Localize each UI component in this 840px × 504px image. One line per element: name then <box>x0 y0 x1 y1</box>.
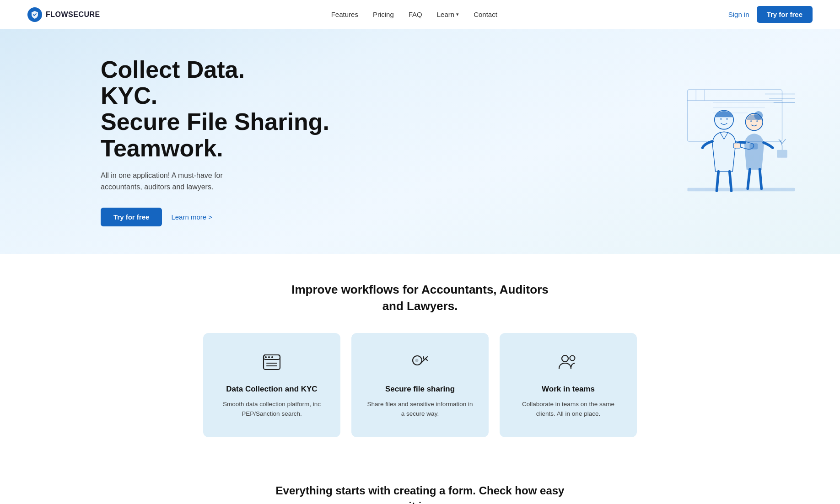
signin-link[interactable]: Sign in <box>728 11 749 18</box>
learn-chevron-icon: ▾ <box>456 11 459 17</box>
nav-links: Features Pricing FAQ Learn ▾ Contact <box>331 11 497 18</box>
features-title: Improve workflows for Accountants, Audit… <box>283 281 557 315</box>
hero-try-button[interactable]: Try for free <box>101 208 162 226</box>
form-icon <box>261 351 283 377</box>
logo-text: FLOWSECURE <box>46 11 100 19</box>
hero-buttons: Try for free Learn more > <box>101 208 329 226</box>
try-for-free-button[interactable]: Try for free <box>757 6 813 23</box>
card-desc-1: Share files and sensitive information in… <box>366 399 474 419</box>
card-desc-2: Collaborate in teams on the same clients… <box>514 399 622 419</box>
svg-point-20 <box>750 120 752 122</box>
nav-right: Sign in Try for free <box>728 6 813 23</box>
svg-point-33 <box>271 356 273 358</box>
logo-link[interactable]: FLOWSECURE <box>27 7 100 22</box>
svg-line-23 <box>748 170 750 189</box>
feature-card-teams: Work in teams Collaborate in teams on th… <box>500 333 637 437</box>
card-title-1: Secure file sharing <box>385 385 455 394</box>
hero-subtext: All in one application! A must-have for … <box>101 170 256 193</box>
svg-point-14 <box>726 118 728 120</box>
logo-shield-icon <box>27 7 42 22</box>
feature-card-file-sharing: Secure file sharing Share files and sens… <box>351 333 489 437</box>
svg-line-24 <box>760 170 762 189</box>
team-icon <box>557 351 579 377</box>
svg-rect-7 <box>777 150 787 158</box>
svg-point-32 <box>268 356 270 358</box>
hero-section: Collect Data. KYC. Secure File Sharing. … <box>0 29 840 254</box>
card-title-0: Data Collection and KYC <box>226 385 317 394</box>
hero-text-block: Collect Data. KYC. Secure File Sharing. … <box>101 57 329 226</box>
svg-rect-25 <box>687 188 795 192</box>
svg-line-10 <box>782 139 786 144</box>
svg-point-13 <box>720 118 722 120</box>
svg-point-41 <box>562 355 568 362</box>
card-title-2: Work in teams <box>542 385 595 394</box>
nav-pricing[interactable]: Pricing <box>373 11 394 18</box>
nav-faq[interactable]: FAQ <box>409 11 422 18</box>
svg-rect-0 <box>687 90 782 142</box>
key-icon <box>409 351 431 377</box>
svg-line-38 <box>425 359 427 360</box>
nav-features[interactable]: Features <box>331 11 358 18</box>
feature-cards-row: Data Collection and KYC Smooth data coll… <box>191 333 649 437</box>
svg-point-40 <box>415 359 419 362</box>
navbar: FLOWSECURE Features Pricing FAQ Learn ▾ … <box>0 0 840 29</box>
svg-point-42 <box>570 355 575 360</box>
hero-learn-link[interactable]: Learn more > <box>171 213 212 221</box>
features-section: Improve workflows for Accountants, Audit… <box>0 254 840 460</box>
svg-point-31 <box>265 356 267 358</box>
hero-headline: Collect Data. KYC. Secure File Sharing. … <box>101 57 329 161</box>
bottom-title: Everything starts with creating a form. … <box>274 483 566 504</box>
nav-learn[interactable]: Learn ▾ <box>437 11 459 18</box>
hero-people-svg <box>662 73 808 210</box>
nav-contact[interactable]: Contact <box>474 11 497 18</box>
svg-rect-22 <box>733 143 740 148</box>
svg-point-21 <box>756 120 758 122</box>
card-desc-0: Smooth data collection platform, inc PEP… <box>218 399 326 419</box>
feature-card-data-collection: Data Collection and KYC Smooth data coll… <box>203 333 340 437</box>
hero-illustration <box>657 68 813 214</box>
bottom-section: Everything starts with creating a form. … <box>0 460 840 504</box>
